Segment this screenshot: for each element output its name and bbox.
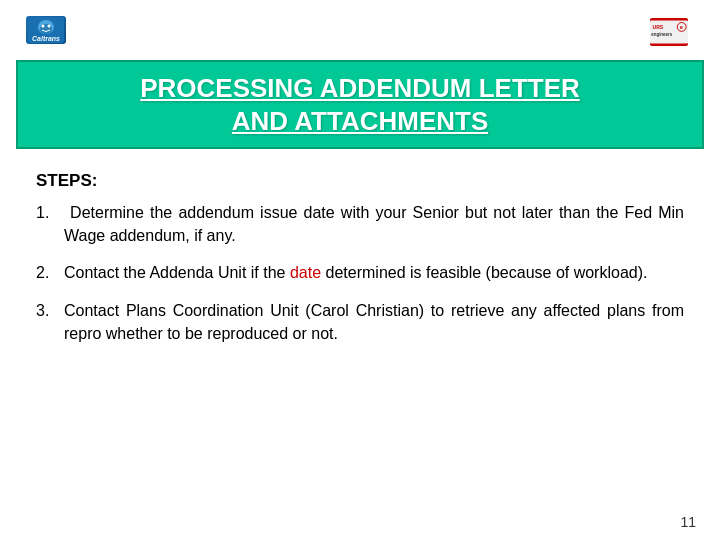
title-text: PROCESSING ADDENDUM LETTER AND ATTACHMEN…	[38, 72, 682, 137]
steps-label: STEPS:	[36, 171, 684, 191]
caltrans-logo: Caltrans	[16, 12, 76, 48]
step-3-content: Contact Plans Coordination Unit (Carol C…	[64, 299, 684, 345]
header-logos: Caltrans URS engineers e	[16, 12, 704, 52]
title-line2: AND ATTACHMENTS	[232, 106, 489, 136]
title-box: PROCESSING ADDENDUM LETTER AND ATTACHMEN…	[16, 60, 704, 149]
svg-point-3	[42, 25, 45, 28]
page-container: Caltrans URS engineers e PROCESSING ADDE…	[0, 0, 720, 540]
urs-icon: URS engineers e	[650, 18, 688, 46]
step-2-number: 2.	[36, 261, 64, 284]
title-line1: PROCESSING ADDENDUM LETTER	[140, 73, 580, 103]
step-2-content: Contact the Addenda Unit if the date det…	[64, 261, 684, 284]
step-3-number: 3.	[36, 299, 64, 345]
step-1-content: Determine the addendum issue date with y…	[64, 201, 684, 247]
step-3: 3. Contact Plans Coordination Unit (Caro…	[36, 299, 684, 345]
urs-logo: URS engineers e	[634, 12, 704, 52]
svg-text:e: e	[680, 24, 683, 30]
page-number: 11	[680, 514, 696, 530]
step-2: 2. Contact the Addenda Unit if the date …	[36, 261, 684, 284]
content-area: STEPS: 1. Determine the addendum issue d…	[16, 171, 704, 345]
svg-text:Caltrans: Caltrans	[32, 35, 60, 42]
highlight-date: date	[290, 264, 321, 281]
step-1: 1. Determine the addendum issue date wit…	[36, 201, 684, 247]
svg-text:engineers: engineers	[651, 32, 672, 37]
step-1-number: 1.	[36, 201, 64, 247]
caltrans-icon: Caltrans	[26, 16, 66, 44]
svg-point-4	[48, 25, 51, 28]
svg-text:URS: URS	[653, 24, 664, 30]
